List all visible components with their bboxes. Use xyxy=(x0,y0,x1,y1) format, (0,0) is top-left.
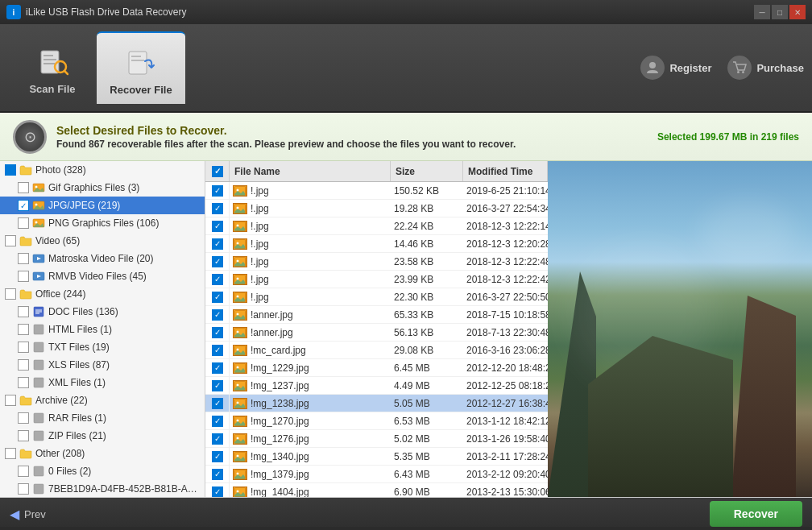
file-row[interactable]: ✓!.jpg22.24 KB2018-12-3 12:22:14 xyxy=(205,217,548,235)
minimize-button[interactable]: ─ xyxy=(754,5,770,19)
file-row[interactable]: ✓!mg_1379.jpg6.43 MB2013-2-12 09:20:40 xyxy=(205,466,548,483)
tree-item-checkbox[interactable] xyxy=(18,271,29,282)
file-row-checkbox[interactable]: ✓ xyxy=(205,217,230,234)
tree-item[interactable]: Matroska Video File (20) xyxy=(0,250,205,267)
file-row[interactable]: ✓!.jpg23.99 KB2018-12-3 12:22:42 xyxy=(205,271,548,288)
file-row-checkbox[interactable]: ✓ xyxy=(205,200,230,217)
file-row-checkbox[interactable]: ✓ xyxy=(205,483,230,497)
tree-item[interactable]: Video (65) xyxy=(0,232,205,250)
tree-item[interactable]: Office (244) xyxy=(0,285,205,303)
file-list-body[interactable]: ✓!.jpg150.52 KB2019-6-25 21:10:14✓!.jpg1… xyxy=(205,182,548,497)
tree-item-checkbox[interactable] xyxy=(18,377,29,388)
recover-button[interactable]: Recover xyxy=(710,501,802,527)
file-row-time: 2018-12-3 12:22:14 xyxy=(463,221,548,232)
file-row-checkbox[interactable]: ✓ xyxy=(205,466,230,482)
svg-rect-32 xyxy=(34,378,44,387)
file-row-size: 56.13 KB xyxy=(391,327,463,338)
file-row[interactable]: ✓!mg_1404.jpg6.90 MB2013-2-13 15:30:06 xyxy=(205,483,548,497)
tree-item-checkbox[interactable] xyxy=(18,430,29,441)
tree-item[interactable]: Archive (22) xyxy=(0,391,205,409)
file-row-checkbox[interactable]: ✓ xyxy=(205,342,230,358)
preview-panel xyxy=(548,161,812,497)
file-row-checkbox[interactable]: ✓ xyxy=(205,377,230,394)
file-row[interactable]: ✓!mg_1340.jpg5.35 MB2013-2-11 17:28:24 xyxy=(205,448,548,466)
tree-item-checkbox[interactable] xyxy=(18,182,29,193)
file-row-checkbox[interactable]: ✓ xyxy=(205,395,230,412)
tree-item[interactable]: 0 Files (2) xyxy=(0,462,205,480)
file-row[interactable]: ✓!.jpg14.46 KB2018-12-3 12:20:28 xyxy=(205,235,548,253)
close-button[interactable]: ✕ xyxy=(789,5,806,19)
file-row[interactable]: ✓!mc_card.jpg29.08 KB2016-3-16 23:06:28 xyxy=(205,342,548,359)
file-row-checkbox[interactable]: ✓ xyxy=(205,412,230,429)
file-row[interactable]: ✓!.jpg23.58 KB2018-12-3 12:22:48 xyxy=(205,253,548,271)
tree-item-icon xyxy=(32,217,45,230)
file-row-checkbox[interactable]: ✓ xyxy=(205,359,230,376)
file-type-icon xyxy=(233,451,247,462)
file-row-name: !.jpg xyxy=(230,221,391,232)
tree-item[interactable]: Gif Graphics Files (3) xyxy=(0,179,205,197)
tree-item-checkbox[interactable] xyxy=(18,324,29,335)
tree-item-checkbox[interactable] xyxy=(18,306,29,317)
file-row-checkbox[interactable]: ✓ xyxy=(205,253,230,270)
tree-item-icon xyxy=(32,305,45,318)
file-type-icon xyxy=(233,256,247,267)
file-row[interactable]: ✓!mg_1229.jpg6.45 MB2012-12-20 18:48:22 xyxy=(205,359,548,377)
tree-item-checkbox[interactable] xyxy=(18,217,29,229)
file-row[interactable]: ✓!mg_1276.jpg5.02 MB2013-1-26 19:58:40 xyxy=(205,430,548,448)
tree-item-checkbox[interactable] xyxy=(18,253,29,264)
tree-item-checkbox[interactable] xyxy=(5,164,16,176)
tab-recover-file[interactable]: Recover File xyxy=(97,31,185,104)
tree-item[interactable]: XML Files (1) xyxy=(0,374,205,391)
tree-item-checkbox[interactable] xyxy=(5,288,16,300)
file-row-name: !mg_1379.jpg xyxy=(230,469,391,480)
file-row-checkbox[interactable]: ✓ xyxy=(205,182,230,199)
tree-item-checkbox[interactable] xyxy=(18,342,29,353)
file-row-checkbox[interactable]: ✓ xyxy=(205,235,230,252)
file-row-checkbox[interactable]: ✓ xyxy=(205,430,230,447)
file-row[interactable]: ✓!mg_1237.jpg4.49 MB2012-12-25 08:18:24 xyxy=(205,377,548,395)
filename-col-header[interactable]: File Name xyxy=(230,161,391,181)
tree-item[interactable]: HTML Files (1) xyxy=(0,321,205,338)
tree-item[interactable]: TXT Files (19) xyxy=(0,338,205,356)
time-col-header[interactable]: Modified Time xyxy=(463,161,548,181)
tab-scan-file[interactable]: Scan File xyxy=(8,31,97,104)
maximize-button[interactable]: □ xyxy=(772,5,788,19)
file-row-checkbox[interactable]: ✓ xyxy=(205,288,230,305)
check-all-header[interactable]: ✓ xyxy=(205,161,230,181)
tree-item[interactable]: Photo (328) xyxy=(0,161,205,179)
file-row[interactable]: ✓!anner.jpg56.13 KB2018-7-13 22:30:48 xyxy=(205,324,548,342)
file-row[interactable]: ✓!.jpg19.28 KB2016-3-27 22:54:34 xyxy=(205,200,548,217)
tree-item[interactable]: RAR Files (1) xyxy=(0,409,205,427)
tree-item-checkbox[interactable] xyxy=(18,483,29,495)
register-button[interactable]: Register xyxy=(640,56,711,80)
file-row-checkbox[interactable]: ✓ xyxy=(205,324,230,341)
tree-item[interactable]: DOC Files (136) xyxy=(0,303,205,321)
tree-item[interactable]: XLS Files (87) xyxy=(0,356,205,374)
tree-item[interactable]: ✓JPG/JPEG (219) xyxy=(0,197,205,214)
file-row[interactable]: ✓!mg_1270.jpg6.53 MB2013-1-12 18:42:12 xyxy=(205,412,548,430)
purchase-button[interactable]: Purchase xyxy=(727,56,804,80)
tree-item[interactable]: Other (208) xyxy=(0,445,205,462)
tree-item-checkbox[interactable] xyxy=(5,235,16,246)
tree-item-checkbox[interactable] xyxy=(18,466,29,477)
tree-item[interactable]: 7BEB1D9A-D4FB-452B-B81B-A1CEC7D20... xyxy=(0,480,205,497)
size-col-header[interactable]: Size xyxy=(391,161,463,181)
prev-button[interactable]: ◀ Prev xyxy=(10,507,46,522)
tree-item-checkbox[interactable] xyxy=(18,412,29,424)
tree-item-checkbox[interactable]: ✓ xyxy=(18,200,29,211)
file-row[interactable]: ✓!mg_1238.jpg5.05 MB2012-12-27 16:38:44 xyxy=(205,395,548,412)
tree-item-checkbox[interactable] xyxy=(5,395,16,406)
file-row[interactable]: ✓!.jpg150.52 KB2019-6-25 21:10:14 xyxy=(205,182,548,200)
file-row[interactable]: ✓!.jpg22.30 KB2016-3-27 22:50:50 xyxy=(205,288,548,306)
tree-item-checkbox[interactable] xyxy=(5,448,16,459)
tree-item-checkbox[interactable] xyxy=(18,359,29,371)
tree-item[interactable]: RMVB Video Files (45) xyxy=(0,267,205,285)
file-row[interactable]: ✓!anner.jpg65.33 KB2018-7-15 10:18:58 xyxy=(205,306,548,324)
file-row-checkbox[interactable]: ✓ xyxy=(205,306,230,323)
tree-item[interactable]: PNG Graphics Files (106) xyxy=(0,214,205,232)
file-row-time: 2013-1-12 18:42:12 xyxy=(463,416,548,427)
file-row-checkbox[interactable]: ✓ xyxy=(205,448,230,465)
tree-panel[interactable]: Photo (328)Gif Graphics Files (3)✓JPG/JP… xyxy=(0,161,205,497)
tree-item[interactable]: ZIP Files (21) xyxy=(0,427,205,445)
file-row-checkbox[interactable]: ✓ xyxy=(205,271,230,288)
